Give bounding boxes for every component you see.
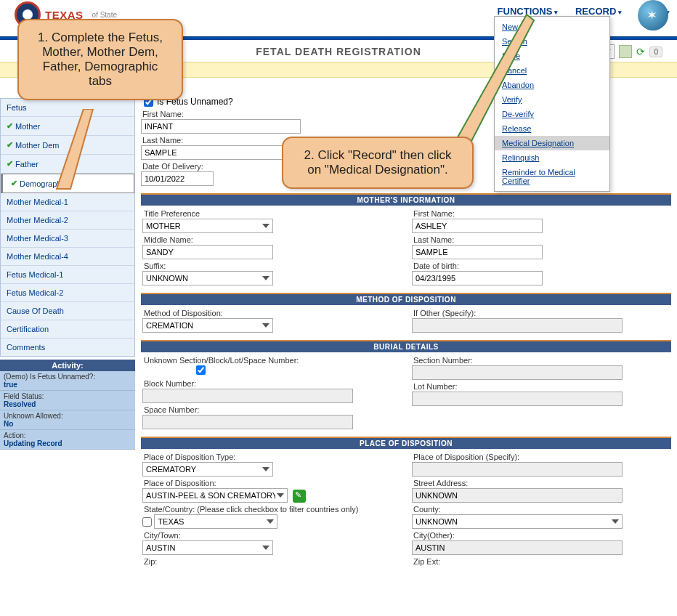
tab-comments[interactable]: Comments bbox=[1, 339, 134, 356]
tab-mother-medical-2[interactable]: Mother Medical-2 bbox=[1, 211, 134, 230]
place-disposition-select[interactable]: AUSTIN-PEEL & SON CREMATORY bbox=[142, 488, 288, 503]
method-other-label: If Other (Specify): bbox=[413, 309, 670, 317]
brand-sub: of State bbox=[92, 11, 117, 19]
unknown-section-label: Unknown Section/Block/Lot/Space Number: bbox=[144, 356, 400, 365]
tab-mother-medical-4[interactable]: Mother Medical-4 bbox=[1, 248, 134, 266]
tab-fetus[interactable]: Fetus bbox=[1, 99, 134, 117]
check-icon: ✔ bbox=[7, 140, 13, 150]
section-method-disposition: Method of Disposition bbox=[141, 293, 671, 305]
mother-first-label: First Name: bbox=[413, 209, 670, 218]
record-menu-save[interactable]: Save bbox=[495, 49, 609, 63]
tab-list: Fetus ✔Mother ✔Mother Dem ✔Father ✔Demog… bbox=[0, 98, 135, 357]
check-icon: ✔ bbox=[11, 179, 17, 188]
place-specify-label: Place of Disposition (Specify): bbox=[413, 453, 670, 461]
county-select[interactable]: UNKNOWN bbox=[412, 514, 623, 529]
mother-last-label: Last Name: bbox=[413, 235, 670, 244]
tutorial-callout-2: 2. Click "Record" then click on "Medical… bbox=[282, 137, 474, 189]
record-menu-verify[interactable]: Verify bbox=[495, 92, 609, 107]
method-disposition-label: Method of Disposition: bbox=[144, 309, 400, 317]
space-number-label: Space Number: bbox=[144, 405, 400, 414]
city-town-label: City/Town: bbox=[144, 531, 400, 540]
record-dropdown-menu: New Search Save Cancel Abandon Verify De… bbox=[494, 16, 610, 192]
tab-fetus-medical-1[interactable]: Fetus Medical-1 bbox=[1, 266, 134, 284]
activity-row: Field Status:Resolved bbox=[0, 391, 135, 410]
activity-panel: Activity: (Demo) Is Fetus Unnamed?:true … bbox=[0, 360, 135, 450]
section-burial-details: Burial Details bbox=[141, 340, 671, 352]
check-icon: ✔ bbox=[7, 159, 13, 169]
block-number-label: Block Number: bbox=[144, 379, 400, 388]
state-filter-checkbox[interactable] bbox=[142, 517, 152, 527]
fetus-first-name-field[interactable] bbox=[141, 119, 301, 134]
place-type-label: Place of Disposition Type: bbox=[144, 453, 400, 461]
lot-number-field[interactable] bbox=[412, 392, 623, 406]
tutorial-callout-1: 1. Complete the Fetus, Mother, Mother De… bbox=[17, 19, 183, 100]
refresh-icon[interactable]: ⟳ bbox=[636, 46, 645, 57]
zip-ext-label: Zip Ext: bbox=[413, 557, 670, 566]
lot-number-label: Lot Number: bbox=[413, 382, 670, 391]
street-address-label: Street Address: bbox=[413, 479, 670, 487]
tab-mother-dem[interactable]: ✔Mother Dem bbox=[1, 136, 134, 155]
space-number-field[interactable] bbox=[142, 415, 353, 429]
mother-dob-label: Date of birth: bbox=[413, 262, 670, 270]
tab-demographic[interactable]: ✔Demographic bbox=[1, 174, 134, 193]
record-menu-deverify[interactable]: De-verify bbox=[495, 107, 609, 121]
method-other-field[interactable] bbox=[412, 318, 623, 333]
title-pref-select[interactable]: MOTHER bbox=[142, 219, 273, 233]
date-delivery-field[interactable] bbox=[141, 171, 214, 186]
record-menu-relinquish[interactable]: Relinquish bbox=[495, 150, 609, 165]
mother-dob-field[interactable] bbox=[412, 271, 543, 285]
count-badge: 0 bbox=[649, 46, 662, 57]
app-globe-icon bbox=[638, 0, 668, 31]
mother-suffix-select[interactable]: UNKNOWN bbox=[142, 271, 273, 285]
record-menu-reminder[interactable]: Reminder to Medical Certifier bbox=[495, 165, 609, 188]
tab-father[interactable]: ✔Father bbox=[1, 155, 134, 174]
section-number-field[interactable] bbox=[412, 365, 623, 380]
activity-row: Unknown Allowed:No bbox=[0, 410, 135, 430]
tab-mother-medical-1[interactable]: Mother Medical-1 bbox=[1, 193, 134, 211]
street-address-field[interactable] bbox=[412, 488, 623, 503]
section-mother-info: Mother's Information bbox=[141, 193, 671, 206]
record-menu-abandon[interactable]: Abandon bbox=[495, 78, 609, 92]
unknown-section-checkbox[interactable] bbox=[196, 365, 206, 375]
state-country-label: State/Country: (Please click checkbox to… bbox=[144, 505, 400, 514]
zip-label: Zip: bbox=[144, 557, 400, 566]
menu-functions[interactable]: FUNCTIONS bbox=[498, 6, 558, 17]
edit-icon[interactable] bbox=[293, 490, 306, 503]
city-select[interactable]: AUSTIN bbox=[142, 540, 273, 555]
method-disposition-select[interactable]: CREMATION bbox=[142, 318, 273, 333]
record-menu-new[interactable]: New bbox=[495, 20, 609, 34]
place-specify-field[interactable] bbox=[412, 462, 623, 477]
place-disposition-label: Place of Disposition: bbox=[144, 479, 400, 487]
mother-middle-field[interactable] bbox=[142, 245, 273, 259]
activity-row: (Demo) Is Fetus Unnamed?:true bbox=[0, 371, 135, 391]
menu-record[interactable]: RECORD bbox=[575, 6, 622, 17]
activity-header: Activity: bbox=[0, 360, 135, 371]
county-label: County: bbox=[413, 505, 670, 514]
section-place-disposition: Place Of Disposition bbox=[141, 437, 671, 449]
record-menu-release[interactable]: Release bbox=[495, 121, 609, 136]
mother-first-field[interactable] bbox=[412, 219, 543, 233]
city-other-field[interactable] bbox=[412, 540, 623, 555]
tab-fetus-medical-2[interactable]: Fetus Medical-2 bbox=[1, 284, 134, 302]
state-select[interactable]: TEXAS bbox=[154, 514, 277, 529]
record-menu-medical-designation[interactable]: Medical Designation bbox=[495, 136, 609, 150]
activity-row: Action:Updating Record bbox=[0, 430, 135, 450]
tab-mother-medical-3[interactable]: Mother Medical-3 bbox=[1, 230, 134, 248]
check-icon: ✔ bbox=[7, 121, 13, 131]
tab-mother[interactable]: ✔Mother bbox=[1, 117, 134, 136]
mother-middle-label: Middle Name: bbox=[144, 235, 400, 244]
tab-cause-of-death[interactable]: Cause Of Death bbox=[1, 302, 134, 320]
mother-suffix-label: Suffix: bbox=[144, 262, 400, 270]
sidebar: Fetus ✔Mother ✔Mother Dem ✔Father ✔Demog… bbox=[0, 78, 135, 574]
record-menu-search[interactable]: Search bbox=[495, 34, 609, 49]
page-title: FETAL DEATH REGISTRATION bbox=[256, 46, 421, 57]
place-type-select[interactable]: CREMATORY bbox=[142, 462, 273, 477]
record-menu-cancel[interactable]: Cancel bbox=[495, 63, 609, 78]
block-number-field[interactable] bbox=[142, 389, 353, 403]
title-pref-label: Title Preference bbox=[144, 209, 400, 218]
section-number-label: Section Number: bbox=[413, 356, 670, 365]
mother-last-field[interactable] bbox=[412, 245, 543, 259]
tab-certification[interactable]: Certification bbox=[1, 320, 134, 339]
city-other-label: City(Other): bbox=[413, 531, 670, 540]
